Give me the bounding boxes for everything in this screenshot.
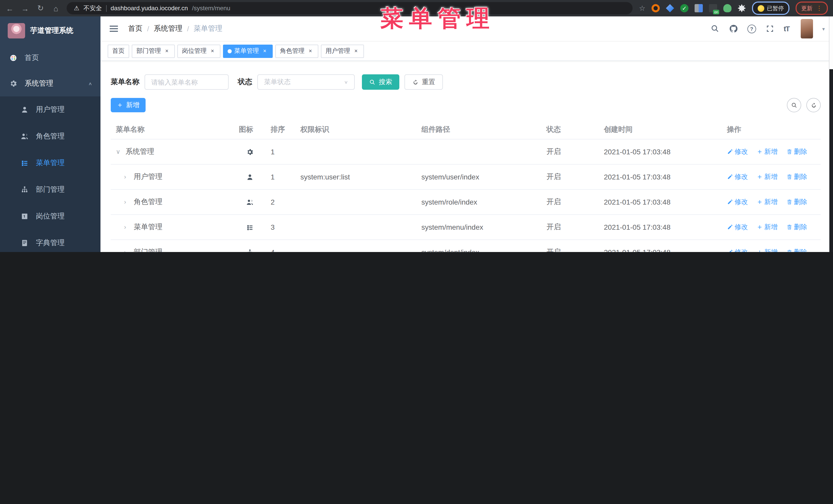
github-icon[interactable] [729, 24, 738, 33]
expand-caret-icon[interactable]: ∨ [116, 148, 123, 155]
extension-icon-animal[interactable] [723, 4, 732, 12]
warning-icon: ⚠ [74, 5, 79, 12]
sidebar-item-home[interactable]: 首页 [0, 45, 100, 71]
logo-image [8, 23, 25, 39]
extension-icon-gem[interactable] [666, 4, 674, 12]
page-scrollbar[interactable] [829, 17, 833, 252]
extension-icon-grid[interactable] [695, 4, 703, 12]
close-icon[interactable]: × [209, 48, 216, 54]
pencil-icon [727, 199, 733, 205]
back-icon[interactable]: ← [5, 4, 14, 13]
add-child-link[interactable]: 新增 [757, 197, 778, 207]
show-search-button[interactable] [787, 98, 801, 112]
sidebar-item-tree[interactable]: 部门管理 [0, 176, 100, 203]
close-icon[interactable]: × [164, 48, 170, 54]
component-path: system/dept/index [416, 240, 541, 252]
sidebar-item-list[interactable]: 菜单管理 [0, 150, 100, 176]
expand-caret-icon[interactable]: › [124, 198, 132, 206]
expand-caret-icon[interactable]: › [124, 249, 132, 252]
created-time: 2021-01-05 17:03:48 [599, 189, 722, 215]
tag-label: 岗位管理 [182, 47, 207, 55]
extension-icon-check[interactable]: ✓ [680, 4, 688, 12]
close-icon[interactable]: × [353, 48, 359, 54]
menu-name: 部门管理 [134, 248, 163, 252]
status-value: 开启 [541, 164, 599, 189]
menu-name-input[interactable] [145, 74, 229, 90]
delete-link[interactable]: 删除 [786, 197, 807, 207]
home-icon[interactable]: ⌂ [51, 4, 61, 13]
expand-caret-icon[interactable]: › [124, 173, 132, 181]
search-icon[interactable] [711, 24, 720, 33]
add-child-link[interactable]: 新增 [757, 147, 778, 157]
edit-link[interactable]: 修改 [727, 248, 748, 252]
delete-link[interactable]: 删除 [786, 222, 807, 232]
tag-4[interactable]: 角色管理 × [275, 44, 318, 58]
sidebar-logo[interactable]: 芋道管理系统 [0, 17, 100, 45]
add-child-link[interactable]: 新增 [757, 172, 778, 182]
sidebar-item-badge[interactable]: 岗位管理 [0, 203, 100, 230]
edit-link[interactable]: 修改 [727, 197, 748, 207]
bookmark-star-icon[interactable]: ☆ [639, 4, 645, 12]
status-select[interactable]: 菜单状态 ∨ [257, 74, 355, 90]
fullscreen-icon[interactable] [765, 24, 775, 33]
annotation-title: 菜单管理 [380, 3, 495, 34]
sidebar-item-icon [9, 79, 18, 88]
avatar[interactable] [801, 19, 813, 39]
add-button[interactable]: 新增 [111, 98, 146, 112]
extensions-puzzle-icon[interactable] [738, 4, 746, 12]
reload-icon[interactable]: ↻ [36, 4, 45, 13]
tag-1[interactable]: 部门管理 × [132, 44, 175, 58]
help-icon[interactable]: ? [747, 24, 756, 33]
close-icon[interactable]: × [261, 48, 268, 54]
caret-down-icon[interactable]: ▾ [822, 26, 825, 31]
tag-3[interactable]: 菜单管理 × [223, 44, 273, 58]
tag-label: 菜单管理 [234, 47, 259, 55]
sidebar-item-user[interactable]: 用户管理 [0, 96, 100, 123]
sidebar-item-book[interactable]: 字典管理 [0, 230, 100, 252]
extension-icon-orange[interactable] [651, 4, 660, 12]
delete-link[interactable]: 删除 [786, 172, 807, 182]
tag-5[interactable]: 用户管理 × [321, 44, 364, 58]
edit-link[interactable]: 修改 [727, 147, 748, 157]
created-time: 2021-01-05 17:03:48 [599, 139, 722, 164]
delete-link[interactable]: 删除 [786, 248, 807, 252]
delete-link[interactable]: 删除 [786, 147, 807, 157]
reset-button-label: 重置 [422, 77, 435, 87]
expand-caret-icon[interactable]: › [124, 223, 132, 231]
sidebar-item-label: 系统管理 [25, 79, 53, 88]
sidebar-item-icon [21, 159, 29, 167]
component-path: system/role/index [416, 189, 541, 215]
browser-menu-icon[interactable]: ⋮ [816, 5, 822, 12]
menu-name: 系统管理 [125, 147, 154, 155]
breadcrumb-home[interactable]: 首页 [128, 24, 143, 33]
tag-0[interactable]: 首页 [108, 44, 129, 58]
browser-update-button[interactable]: 更新 ⋮ [795, 2, 828, 15]
edit-link[interactable]: 修改 [727, 222, 748, 232]
search-button[interactable]: 搜索 [362, 74, 399, 90]
sidebar-item-users[interactable]: 角色管理 [0, 123, 100, 150]
search-button-label: 搜索 [379, 77, 392, 87]
breadcrumb-system[interactable]: 系统管理 [154, 24, 183, 33]
search-icon [369, 79, 376, 86]
close-icon[interactable]: × [307, 48, 314, 54]
row-icon [246, 249, 254, 252]
add-child-link[interactable]: 新增 [757, 222, 778, 232]
profile-paused-chip[interactable]: 已暂停 [752, 2, 789, 15]
sidebar-item-label: 菜单管理 [36, 159, 65, 168]
permission-value [295, 189, 416, 215]
font-size-icon[interactable]: tT [784, 25, 789, 33]
active-dot-icon [228, 49, 232, 53]
scrollbar-thumb[interactable] [829, 69, 833, 252]
sidebar-item-gear[interactable]: 系统管理 ∧ [0, 71, 100, 96]
refresh-table-button[interactable] [806, 98, 821, 112]
add-child-link[interactable]: 新增 [757, 248, 778, 252]
tag-2[interactable]: 岗位管理 × [177, 44, 220, 58]
edit-link[interactable]: 修改 [727, 172, 748, 182]
hamburger-icon[interactable] [109, 24, 119, 34]
breadcrumb-separator: / [187, 25, 189, 33]
forward-icon[interactable]: → [21, 4, 30, 13]
address-bar[interactable]: ⚠ 不安全 dashboard.yudao.iocoder.cn/system/… [67, 2, 633, 14]
reset-button[interactable]: 重置 [404, 74, 443, 90]
extension-icon-on[interactable] [709, 4, 717, 12]
trash-icon [786, 224, 792, 230]
